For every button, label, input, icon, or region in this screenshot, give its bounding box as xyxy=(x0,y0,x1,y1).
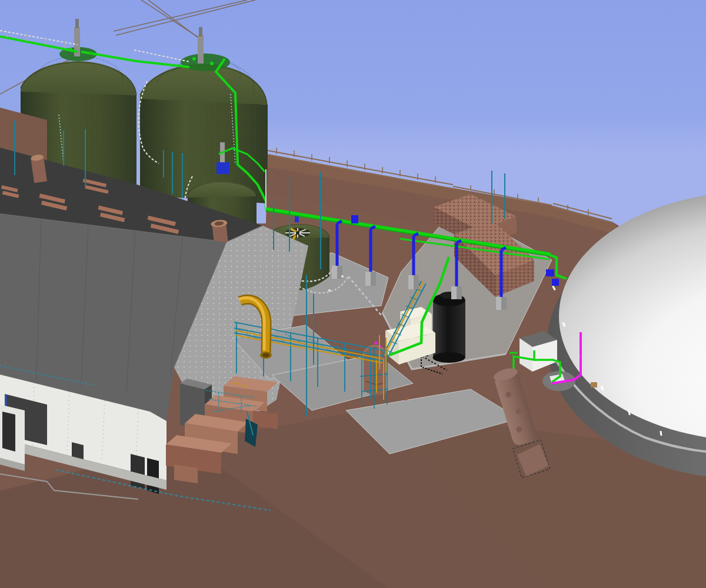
3d-model-viewport[interactable] xyxy=(0,0,706,588)
doorway[interactable] xyxy=(131,454,145,489)
plant-scene-canvas[interactable] xyxy=(0,0,706,588)
tank2-mast xyxy=(198,35,204,64)
tank3-agitator-motor xyxy=(217,162,229,174)
